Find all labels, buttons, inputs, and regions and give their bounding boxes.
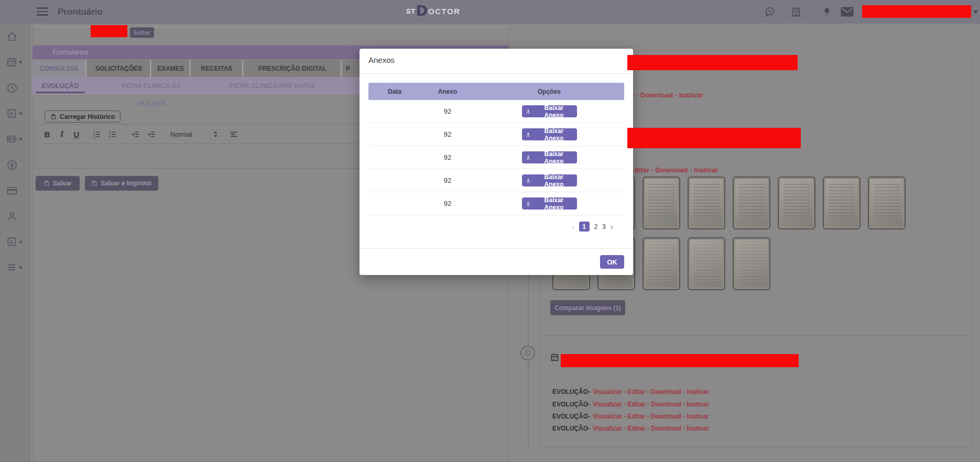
ordered-list-button[interactable]: 123 — [90, 125, 103, 144]
indent-button[interactable] — [144, 125, 158, 144]
underline-button[interactable]: U — [71, 125, 82, 144]
editar-link[interactable]: Editar — [627, 425, 645, 432]
anexo-id: 92 — [421, 177, 474, 184]
document-thumbnail[interactable] — [643, 177, 680, 229]
redaction-record-title — [627, 55, 798, 70]
clock-icon — [6, 82, 18, 94]
download-icon — [525, 108, 531, 115]
subtab-ficha-clinica-pre-natal[interactable]: FICHA CLINICA PRÉ NATAL — [228, 77, 317, 95]
bullet-list-button[interactable] — [105, 125, 119, 144]
load-history-button[interactable]: Carregar Histórico — [45, 111, 121, 123]
attachments-table: 92 Baixar Anexo 92 Baixar Anexo 92 Baixa… — [368, 100, 624, 215]
subtab-ficha-clinica-mulher[interactable]: FICHA CLÍNICA DA MULHER — [107, 77, 195, 95]
inativar-link[interactable]: Inativar — [687, 401, 709, 408]
pagination-page-1[interactable]: 1 — [579, 222, 590, 232]
notification-dot — [19, 61, 22, 63]
sidebar-item-records[interactable] — [0, 126, 30, 152]
evolution-entry-row: EVOLUÇÃO-Visualizar - Editar - Download … — [552, 401, 709, 408]
tab-solicitacoes[interactable]: SOLICITAÇÕES — [88, 60, 151, 77]
evolution-entry-row: EVOLUÇÃO-Visualizar - Editar - Download … — [552, 425, 709, 432]
download-link[interactable]: Download — [651, 401, 681, 408]
download-attachment-button[interactable]: Baixar Anexo — [522, 151, 577, 163]
sidebar-item-medical[interactable] — [0, 101, 30, 126]
tab-exames[interactable]: EXAMES — [152, 60, 190, 77]
modal-divider — [360, 248, 633, 249]
ok-button[interactable]: OK — [600, 255, 624, 269]
indent-icon — [146, 129, 156, 139]
sidebar-item-agenda[interactable] — [0, 49, 30, 75]
sidebar-item-financial[interactable]: $ — [0, 152, 30, 178]
pagination-page-3[interactable]: 3 — [602, 223, 606, 230]
italic-button[interactable]: I — [56, 125, 68, 144]
compare-images-button[interactable]: Comparar Imagens (1) — [550, 300, 625, 315]
sidebar-item-tasks[interactable] — [0, 255, 30, 284]
user-menu-caret-icon[interactable] — [973, 10, 978, 14]
align-left-button[interactable] — [227, 125, 241, 144]
sidebar-item-reports[interactable] — [0, 229, 30, 255]
sidebar-item-history[interactable] — [0, 75, 30, 101]
calendar-icon — [550, 352, 560, 362]
column-header-anexo: Anexo — [421, 88, 474, 95]
editar-link[interactable]: Editar — [627, 401, 645, 408]
tab-prescricao-digital[interactable]: PRESCRIÇÃO DIGITAL — [244, 60, 342, 77]
lightbulb-icon[interactable] — [822, 6, 832, 17]
inativar-link[interactable]: Inativar — [687, 413, 709, 420]
sidebar-item-payments[interactable] — [0, 178, 30, 203]
list-icon — [6, 261, 18, 273]
document-thumbnail[interactable] — [868, 177, 906, 229]
active-subtab-underline — [36, 92, 85, 93]
anexo-id: 92 — [421, 107, 474, 115]
download-link[interactable]: Download — [651, 388, 681, 395]
document-thumbnail[interactable] — [778, 177, 815, 229]
person-icon — [6, 210, 18, 223]
document-thumbnail[interactable] — [733, 237, 770, 290]
pagination-page-2[interactable]: 2 — [594, 223, 598, 230]
sidebar-item-home[interactable] — [0, 24, 30, 49]
whatsapp-icon[interactable] — [764, 6, 775, 17]
editar-link[interactable]: Editar — [627, 413, 645, 420]
hamburger-menu-icon[interactable] — [37, 7, 48, 18]
bold-button[interactable]: B — [41, 125, 53, 144]
tab-receitas[interactable]: RECEITAS — [191, 60, 243, 77]
editar-link[interactable]: Editar — [627, 388, 645, 395]
visualizar-link[interactable]: Visualizar — [593, 388, 622, 395]
format-select[interactable]: Normal — [170, 125, 202, 144]
document-thumbnail[interactable] — [688, 177, 725, 229]
document-thumbnail[interactable] — [823, 177, 861, 229]
visualizar-link[interactable]: Visualizar — [593, 413, 622, 420]
top-header: Prontuário STDOCTOR — [0, 0, 980, 24]
save-button[interactable]: Salvar — [36, 176, 80, 191]
sidebar-item-patients[interactable] — [0, 203, 30, 229]
building-icon[interactable] — [790, 6, 802, 18]
ordered-list-icon: 123 — [92, 129, 102, 139]
inativar-link[interactable]: Inativar — [687, 425, 709, 432]
svg-text:$: $ — [10, 162, 14, 168]
download-attachment-button[interactable]: Baixar Anexo — [522, 105, 577, 117]
notification-dot — [19, 112, 22, 115]
document-thumbnail[interactable] — [733, 177, 770, 229]
visualizar-link[interactable]: Visualizar — [593, 401, 622, 408]
download-link[interactable]: Download — [651, 425, 681, 432]
tab-consultas[interactable]: CONSULTAS — [32, 60, 86, 77]
document-thumbnail[interactable] — [643, 237, 680, 290]
modal-divider — [360, 73, 633, 74]
mail-icon[interactable] — [841, 7, 854, 17]
format-select-arrows-icon[interactable] — [211, 125, 220, 144]
download-attachment-button[interactable]: Baixar Anexo — [522, 174, 577, 186]
download-icon — [525, 155, 531, 161]
download-link[interactable]: Download — [651, 413, 681, 420]
credit-card-icon — [6, 184, 18, 197]
document-thumbnail[interactable] — [688, 237, 725, 290]
save-and-print-button[interactable]: Salvar e Imprimir — [85, 176, 158, 191]
visualizar-link[interactable]: Visualizar — [593, 425, 622, 432]
inativar-link[interactable]: Inativar — [687, 388, 709, 395]
pagination-prev-icon[interactable]: ‹ — [572, 223, 574, 231]
download-attachment-button[interactable]: Baixar Anexo — [522, 197, 577, 210]
outdent-button[interactable] — [128, 125, 142, 144]
pagination-next-icon[interactable]: › — [611, 223, 613, 231]
medical-plus-icon — [6, 107, 18, 119]
download-attachment-button[interactable]: Baixar Anexo — [522, 128, 577, 140]
evolution-entry-row: EVOLUÇÃO-Visualizar - Editar - Download … — [552, 388, 709, 395]
edit-patient-button[interactable]: Editar — [130, 27, 154, 38]
left-sidebar: $ — [0, 24, 30, 462]
